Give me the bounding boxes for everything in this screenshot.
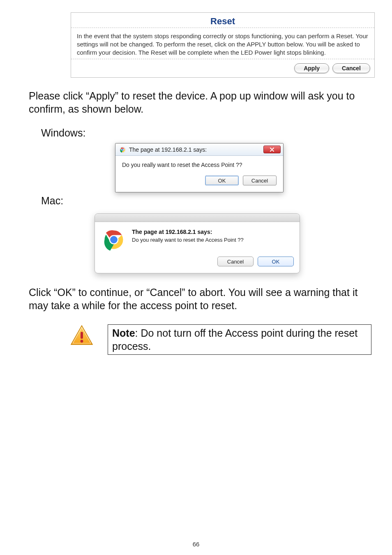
mac-dialog: The page at 192.168.2.1 says: Do you rea… [95,213,300,273]
mac-dialog-message: Do you really want to reset the Access P… [132,237,292,243]
mac-dialog-titlebar [95,214,300,222]
close-button[interactable] [263,146,281,153]
note-box: Note: Do not turn off the Access point d… [108,324,371,355]
windows-dialog: The page at 192.168.2.1 says: Do you rea… [115,143,284,192]
ok-button[interactable]: OK [258,257,294,266]
reset-panel: Reset In the event that the system stops… [71,12,375,78]
mac-dialog-body: The page at 192.168.2.1 says: Do you rea… [95,222,300,257]
mac-dialog-title: The page at 192.168.2.1 says: [132,229,292,235]
note-row: Note: Do not turn off the Access point d… [70,324,371,355]
instruction-text-1: Please click “Apply” to reset the device… [29,89,363,116]
close-icon [270,148,274,152]
svg-rect-6 [81,332,83,339]
reset-description: In the event that the system stops respo… [71,28,374,59]
reset-button-row: Apply Cancel [71,59,374,77]
note-lead: Note [112,327,135,339]
ok-button[interactable]: OK [205,176,239,185]
instruction-text-2: Click “OK” to continue, or “Cancel” to a… [29,286,363,312]
cancel-button[interactable]: Cancel [332,63,370,73]
windows-label: Windows: [41,127,371,139]
cancel-button[interactable]: Cancel [243,176,277,185]
windows-dialog-message: Do you really want to reset the Access P… [122,162,277,168]
chrome-icon [102,229,125,251]
mac-dialog-text: The page at 192.168.2.1 says: Do you rea… [132,229,292,251]
windows-dialog-buttons: OK Cancel [122,176,277,185]
windows-dialog-title: The page at 192.168.2.1 says: [129,146,207,153]
reset-heading: Reset [71,13,374,28]
windows-dialog-titlebar: The page at 192.168.2.1 says: [115,143,283,156]
svg-point-7 [81,340,83,343]
mac-label: Mac: [41,195,371,207]
chrome-icon [120,147,126,153]
warning-icon [70,324,94,347]
cancel-button[interactable]: Cancel [217,257,254,266]
page-number: 66 [0,541,392,548]
note-text: : Do not turn off the Access point durin… [112,327,357,352]
windows-dialog-body: Do you really want to reset the Access P… [115,156,283,192]
mac-dialog-buttons: Cancel OK [95,257,300,273]
apply-button[interactable]: Apply [294,63,329,73]
